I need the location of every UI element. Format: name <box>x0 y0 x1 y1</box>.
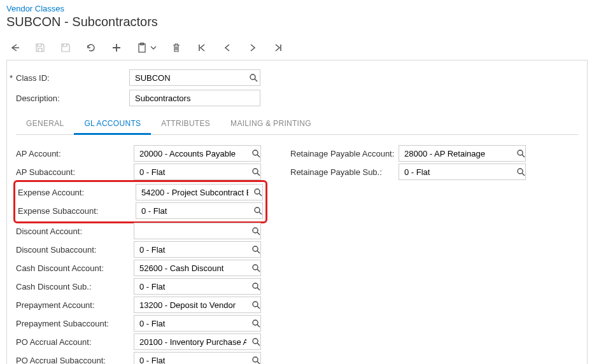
chevron-down-icon[interactable] <box>150 42 157 53</box>
selector-field[interactable] <box>134 315 261 332</box>
selector-field[interactable] <box>134 241 261 258</box>
description-field[interactable] <box>129 90 260 106</box>
add-icon[interactable] <box>111 42 122 53</box>
selector-input[interactable] <box>134 242 251 257</box>
gl-row: PO Accrual Subaccount: <box>16 352 265 364</box>
selector-field[interactable] <box>134 164 261 180</box>
selector-input[interactable] <box>134 353 251 364</box>
gl-right-column: Retainage Payable Account:Retainage Paya… <box>290 145 526 364</box>
next-icon[interactable] <box>247 42 258 53</box>
undo-icon[interactable] <box>85 42 97 53</box>
search-icon[interactable] <box>516 146 525 161</box>
svg-point-6 <box>255 207 260 213</box>
gl-row: Cash Discount Account: <box>16 260 265 276</box>
svg-point-11 <box>253 302 258 307</box>
field-label: Cash Discount Sub.: <box>16 282 134 291</box>
gl-row: Prepayment Account: <box>16 297 265 313</box>
last-icon[interactable] <box>272 42 284 53</box>
selector-field[interactable] <box>134 260 261 276</box>
search-icon[interactable] <box>253 185 262 200</box>
selector-input[interactable] <box>399 164 516 179</box>
page-title: SUBCON - Subcontractors <box>6 15 588 29</box>
search-icon[interactable] <box>251 242 260 257</box>
save-icon <box>34 42 46 53</box>
selector-input[interactable] <box>134 297 251 312</box>
gl-row: PO Accrual Account: <box>16 333 265 350</box>
selector-field[interactable] <box>134 352 261 364</box>
field-label: Discount Subaccount: <box>16 245 134 255</box>
class-id-label: Class ID: <box>16 73 129 83</box>
back-icon[interactable] <box>9 42 20 53</box>
svg-point-7 <box>253 228 258 233</box>
selector-input[interactable] <box>134 316 251 331</box>
selector-input[interactable] <box>134 260 251 276</box>
selector-field[interactable] <box>134 278 261 295</box>
gl-row: Cash Discount Sub.: <box>16 278 265 295</box>
svg-point-16 <box>518 169 523 174</box>
field-label: PO Accrual Subaccount: <box>16 356 134 365</box>
selector-field[interactable] <box>136 184 263 200</box>
tab-gl-accounts[interactable]: GL ACCOUNTS <box>74 114 151 135</box>
highlight-box: Expense Account:Expense Subaccount: <box>13 180 267 223</box>
selector-input[interactable] <box>136 185 253 200</box>
selector-field[interactable] <box>134 297 261 313</box>
search-icon[interactable] <box>251 279 260 294</box>
first-icon[interactable] <box>196 42 208 53</box>
field-label: Expense Account: <box>18 188 136 197</box>
search-icon[interactable] <box>251 260 260 276</box>
field-label: Expense Subaccount: <box>18 206 136 216</box>
gl-row: Discount Subaccount: <box>16 241 265 258</box>
search-icon[interactable] <box>253 203 262 218</box>
selector-input[interactable] <box>134 146 251 161</box>
prev-icon[interactable] <box>222 42 233 53</box>
search-icon[interactable] <box>251 223 260 239</box>
svg-point-9 <box>253 265 258 270</box>
gl-row: Expense Account: <box>18 184 263 200</box>
search-icon[interactable] <box>247 70 260 85</box>
search-icon[interactable] <box>251 316 260 331</box>
selector-field[interactable] <box>399 145 526 162</box>
breadcrumb[interactable]: Vendor Classes <box>6 4 588 13</box>
delete-icon[interactable] <box>171 42 182 53</box>
selector-input[interactable] <box>399 146 516 161</box>
field-label: AP Account: <box>16 149 134 158</box>
selector-input[interactable] <box>134 223 251 239</box>
tab-attributes[interactable]: ATTRIBUTES <box>151 114 220 134</box>
svg-point-12 <box>253 320 258 325</box>
search-icon[interactable] <box>251 146 260 161</box>
field-label: AP Subaccount: <box>16 167 134 177</box>
selector-input[interactable] <box>134 279 251 294</box>
search-icon[interactable] <box>251 353 260 364</box>
description-input[interactable] <box>130 90 260 106</box>
field-label: Prepayment Account: <box>16 300 134 310</box>
field-label: Cash Discount Account: <box>16 263 134 273</box>
gl-row: Prepayment Subaccount: <box>16 315 265 332</box>
clipboard-icon[interactable] <box>136 42 148 53</box>
search-icon[interactable] <box>251 334 260 349</box>
selector-input[interactable] <box>134 334 251 349</box>
tab-mailing[interactable]: MAILING & PRINTING <box>220 114 322 134</box>
gl-row: Retainage Payable Account: <box>290 145 526 162</box>
svg-point-8 <box>253 246 258 251</box>
selector-field[interactable] <box>134 145 261 162</box>
class-id-field[interactable] <box>129 69 260 86</box>
search-icon[interactable] <box>516 164 525 179</box>
description-label: Description: <box>16 94 129 103</box>
form-panel: Class ID: Description: GENERAL GL ACCOUN… <box>6 60 588 364</box>
svg-point-4 <box>253 169 258 174</box>
selector-field[interactable] <box>399 164 526 180</box>
gl-row: Discount Account: <box>16 223 265 239</box>
gl-row: Expense Subaccount: <box>18 202 263 219</box>
selector-field[interactable] <box>136 202 263 219</box>
selector-field[interactable] <box>134 223 261 239</box>
search-icon[interactable] <box>251 164 260 179</box>
svg-point-13 <box>253 339 258 344</box>
class-id-input[interactable] <box>130 70 247 85</box>
selector-field[interactable] <box>134 333 261 350</box>
tab-general[interactable]: GENERAL <box>16 114 74 134</box>
svg-point-3 <box>253 150 258 155</box>
selector-input[interactable] <box>134 164 251 179</box>
clipboard-menu[interactable] <box>136 42 157 53</box>
selector-input[interactable] <box>136 203 253 218</box>
search-icon[interactable] <box>251 297 260 312</box>
